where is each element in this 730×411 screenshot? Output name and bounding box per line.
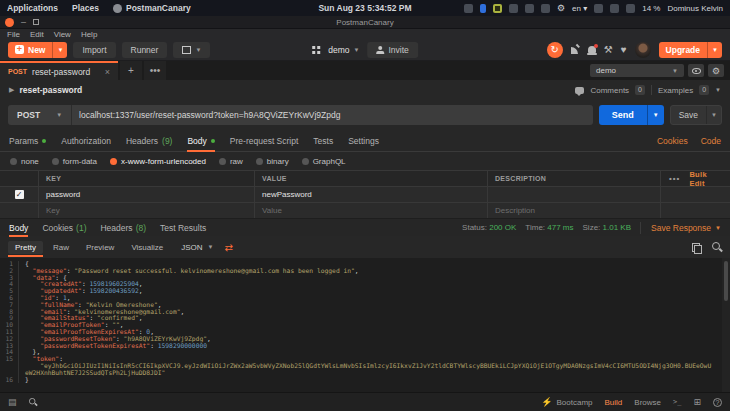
wifi-icon[interactable] xyxy=(594,4,603,13)
notification-tray-icon[interactable] xyxy=(464,4,473,13)
user-avatar[interactable] xyxy=(635,42,651,58)
workspace-grid-icon[interactable] xyxy=(312,46,320,54)
kv-key-placeholder[interactable]: Key xyxy=(38,203,254,218)
tab-pre-request-script[interactable]: Pre-request Script xyxy=(230,130,299,151)
environment-selector[interactable]: demo ▼ xyxy=(590,64,684,77)
expand-request-icon[interactable]: ▶ xyxy=(9,86,14,94)
app-indicator-icon[interactable] xyxy=(525,4,534,13)
menu-file[interactable]: File xyxy=(7,30,20,39)
tab-authorization[interactable]: Authorization xyxy=(61,130,111,151)
search-icon[interactable] xyxy=(712,242,722,252)
user-menu[interactable]: Dominus Kelvin xyxy=(667,4,723,13)
body-type-none[interactable]: none xyxy=(10,157,39,166)
upgrade-button[interactable]: Upgrade ▼ xyxy=(659,42,722,58)
environment-settings-button[interactable]: ⚙ xyxy=(708,64,724,77)
import-button[interactable]: Import xyxy=(73,42,115,58)
places-menu[interactable]: Places xyxy=(72,3,99,13)
kv-description-placeholder[interactable]: Description xyxy=(487,203,660,218)
tab-params[interactable]: Params xyxy=(9,130,46,151)
close-tab-icon[interactable]: × xyxy=(105,67,110,77)
bootcamp-button[interactable]: ⚡ Bootcamp xyxy=(541,397,592,407)
build-button[interactable]: Build xyxy=(605,398,623,407)
bluetooth-icon[interactable] xyxy=(480,4,486,13)
kv-value-placeholder[interactable]: Value xyxy=(254,203,487,218)
body-type-binary[interactable]: binary xyxy=(256,157,289,166)
response-tab-body[interactable]: Body xyxy=(9,219,28,236)
settings-gear-icon[interactable]: ⚙ xyxy=(557,4,565,13)
save-response-button[interactable]: Save Response ▼ xyxy=(640,222,721,234)
upgrade-caret[interactable]: ▼ xyxy=(707,42,722,58)
menu-edit[interactable]: Edit xyxy=(30,30,44,39)
runner-button[interactable]: Runner xyxy=(122,42,168,58)
find-replace-icon[interactable] xyxy=(29,398,37,406)
menu-view[interactable]: View xyxy=(54,30,71,39)
tab-settings[interactable]: Settings xyxy=(348,130,379,151)
wrench-icon[interactable]: ⚒ xyxy=(604,44,613,56)
view-preview[interactable]: Preview xyxy=(79,241,121,254)
satellite-icon[interactable] xyxy=(571,45,580,54)
tab-body[interactable]: Body xyxy=(187,130,214,151)
close-window-button[interactable] xyxy=(5,18,14,27)
tab-options-button[interactable]: ••• xyxy=(144,61,166,80)
workspace-dropdown[interactable]: demo ▼ xyxy=(328,45,359,55)
body-type-raw[interactable]: raw xyxy=(219,157,243,166)
input-method-icon[interactable] xyxy=(493,4,502,13)
save-button[interactable]: Save ▼ xyxy=(670,105,722,125)
minimize-window-button[interactable]: – xyxy=(21,18,26,27)
menu-help[interactable]: Help xyxy=(81,30,97,39)
url-input[interactable] xyxy=(72,105,593,125)
applications-menu[interactable]: Applications xyxy=(7,3,58,13)
view-pretty[interactable]: Pretty xyxy=(8,241,43,254)
copy-icon[interactable] xyxy=(692,243,700,252)
maximize-window-button[interactable] xyxy=(33,19,39,25)
more-options-icon[interactable]: ••• xyxy=(669,174,680,183)
help-icon[interactable]: ? xyxy=(713,398,722,407)
bulk-edit-link[interactable]: Bulk Edit xyxy=(689,170,722,188)
response-tab-test-results[interactable]: Test Results xyxy=(160,219,206,236)
volume-icon[interactable] xyxy=(610,4,619,13)
kv-description-cell[interactable] xyxy=(487,187,660,202)
browse-button[interactable]: Browse xyxy=(634,398,661,407)
new-button-caret[interactable]: ▼ xyxy=(52,42,67,58)
examples-button[interactable]: Examples xyxy=(658,86,693,95)
view-raw[interactable]: Raw xyxy=(46,241,76,254)
code-link[interactable]: Code xyxy=(701,136,721,146)
heart-icon[interactable]: ♥ xyxy=(621,44,627,56)
body-type-graphql[interactable]: GraphQL xyxy=(302,157,346,166)
shortcuts-icon[interactable]: ⊞ xyxy=(693,397,701,407)
kv-key-cell[interactable]: password xyxy=(38,187,254,202)
response-body-viewer[interactable]: 1{2 "message": "Password reset successfu… xyxy=(0,258,730,392)
language-selector[interactable]: JSON ▼ xyxy=(181,243,213,252)
new-window-button[interactable]: ▼ xyxy=(173,42,210,58)
kv-value-cell[interactable]: newPassword xyxy=(254,187,487,202)
sync-icon[interactable]: ↻ xyxy=(547,42,563,58)
console-icon[interactable]: >_ xyxy=(673,398,681,406)
battery-indicator[interactable]: 14 % xyxy=(642,4,660,13)
save-options-caret[interactable]: ▼ xyxy=(706,106,721,124)
cookies-link[interactable]: Cookies xyxy=(657,136,688,146)
tab-headers[interactable]: Headers (9) xyxy=(126,130,173,151)
invite-button[interactable]: Invite xyxy=(367,42,417,58)
send-options-caret[interactable]: ▼ xyxy=(647,105,664,125)
clock[interactable]: Sun Aug 23 5:34:52 PM xyxy=(318,3,411,13)
notifications-bell-icon[interactable] xyxy=(588,46,596,53)
environment-preview-button[interactable] xyxy=(688,64,704,77)
view-visualize[interactable]: Visualize xyxy=(124,241,170,254)
response-tab-cookies[interactable]: Cookies (1) xyxy=(42,219,86,236)
row-checkbox-checked[interactable]: ✓ xyxy=(15,190,24,199)
microphone-icon[interactable] xyxy=(626,4,635,13)
app-indicator-icon[interactable] xyxy=(509,4,518,13)
comments-button[interactable]: Comments xyxy=(590,86,629,95)
send-button[interactable]: Send ▼ xyxy=(599,105,664,125)
active-app-indicator[interactable]: PostmanCanary xyxy=(113,3,191,13)
scrollbar-thumb[interactable] xyxy=(724,261,728,301)
method-selector[interactable]: POST ▼ xyxy=(8,105,72,125)
tab-tests[interactable]: Tests xyxy=(313,130,333,151)
workspace-grid-icon[interactable] xyxy=(541,4,550,13)
kv-row-placeholder[interactable]: Key Value Description xyxy=(0,203,730,219)
keyboard-layout-indicator[interactable]: en ▾ xyxy=(572,4,587,13)
new-tab-button[interactable]: + xyxy=(120,61,142,80)
beautify-icon[interactable]: ⇄ xyxy=(225,242,233,253)
body-type-urlencoded[interactable]: x-www-form-urlencoded xyxy=(110,157,206,166)
body-type-form-data[interactable]: form-data xyxy=(52,157,97,166)
